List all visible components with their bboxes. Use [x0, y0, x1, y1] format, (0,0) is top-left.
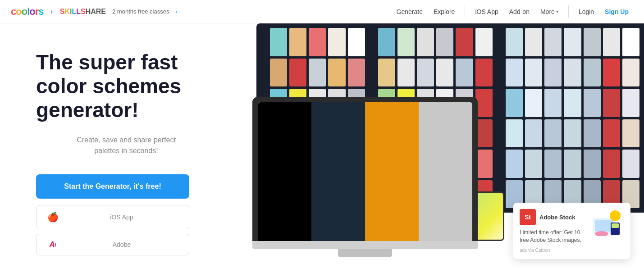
nav-explore[interactable]: Explore: [429, 5, 459, 18]
ios-label: iOS App: [65, 213, 178, 221]
plus-separator: +: [50, 8, 54, 15]
laptop-swatch-3: [365, 102, 419, 241]
promo-arrow[interactable]: ›: [175, 8, 177, 15]
adobe-stock-icon: St: [520, 209, 536, 225]
main-heading: The super fast color schemes generator!: [36, 50, 216, 122]
laptop-color-bars: [258, 102, 472, 241]
nav-more[interactable]: More ▾: [536, 5, 563, 18]
adobe-offer-text: Limited time offer: Get 10 free Adobe St…: [520, 229, 587, 244]
svg-point-2: [610, 210, 621, 221]
navbar-left: coolors + SKILLSHARE 2 months free class…: [11, 6, 178, 18]
svg-rect-5: [612, 223, 619, 228]
nav-addon[interactable]: Add-on: [505, 5, 534, 18]
nav-divider-2: [568, 5, 569, 18]
adobe-label: Adobe: [65, 241, 178, 248]
nav-divider: [465, 5, 465, 18]
laptop-screen-outer: [252, 97, 478, 241]
navbar: coolors + SKILLSHARE 2 months free class…: [0, 0, 644, 23]
laptop-swatch-4: [419, 102, 472, 241]
adobe-brand: Adobe Stock: [539, 214, 575, 221]
nav-generate[interactable]: Generate: [392, 5, 427, 18]
adobe-icon-btn: Ai: [47, 241, 58, 249]
laptop-stand: [338, 249, 392, 257]
laptop-swatch-2: [311, 102, 365, 241]
coolors-logo[interactable]: coolors: [11, 6, 44, 18]
adobe-button[interactable]: Ai Adobe: [36, 234, 189, 255]
promo-text: 2 months free classes: [112, 8, 169, 15]
laptop-swatch-1: [258, 102, 311, 241]
laptop-screen-inner: [258, 102, 472, 241]
phone-screen: [474, 193, 503, 240]
svg-rect-1: [595, 220, 613, 232]
skillshare-logo[interactable]: SKILLSHARE: [60, 8, 106, 16]
navbar-right: Generate Explore iOS App Add-on More ▾ L…: [392, 5, 633, 18]
nav-ios[interactable]: iOS App: [470, 5, 502, 18]
nav-login[interactable]: Login: [574, 5, 598, 18]
left-panel: The super fast color schemes generator! …: [0, 23, 243, 268]
main-content: The super fast color schemes generator! …: [0, 23, 644, 268]
sub-heading: Create, save and share perfectpalettes i…: [36, 135, 216, 156]
adobe-via-text: ads via Carbon: [520, 248, 550, 253]
start-generator-button[interactable]: Start the Generator, it's free!: [36, 174, 189, 199]
laptop-base: [252, 241, 478, 249]
chevron-down-icon: ▾: [556, 9, 558, 14]
apple-icon: 🍎: [47, 212, 58, 223]
laptop-mockup: [252, 97, 478, 268]
adobe-illustration: [593, 209, 624, 236]
nav-signup[interactable]: Sign Up: [600, 5, 633, 18]
ios-app-button[interactable]: 🍎 iOS App: [36, 205, 189, 229]
adobe-stock-ad[interactable]: St Adobe Stock Limited time offer: Get 1…: [513, 203, 630, 259]
right-panel: St Adobe Stock Limited time offer: Get 1…: [243, 23, 644, 268]
